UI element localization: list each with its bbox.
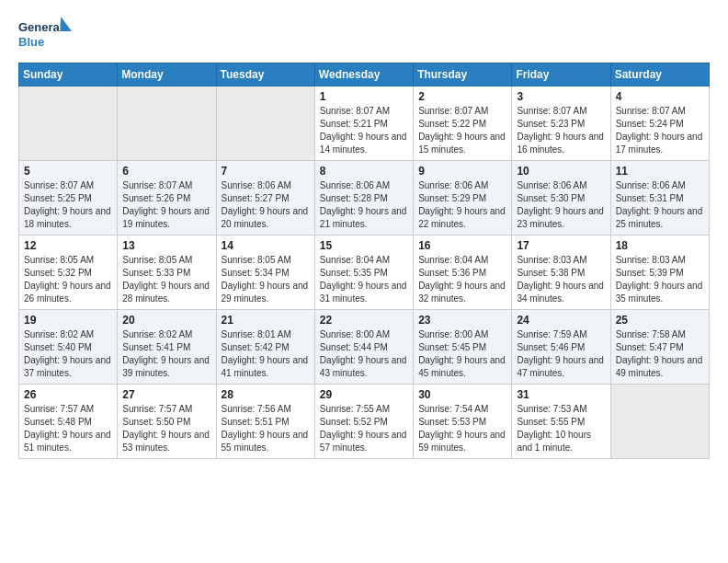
day-info: Sunrise: 7:53 AMSunset: 5:55 PMDaylight:… [517, 403, 605, 454]
week-row-2: 5Sunrise: 8:07 AMSunset: 5:25 PMDaylight… [19, 161, 710, 236]
day-cell-4: 4Sunrise: 8:07 AMSunset: 5:24 PMDaylight… [610, 86, 709, 161]
weekday-header-monday: Monday [118, 63, 216, 86]
day-info: Sunrise: 8:05 AMSunset: 5:34 PMDaylight:… [222, 254, 310, 305]
day-number: 20 [122, 314, 210, 327]
day-cell-8: 8Sunrise: 8:06 AMSunset: 5:28 PMDaylight… [314, 161, 413, 236]
day-cell-12: 12Sunrise: 8:05 AMSunset: 5:32 PMDayligh… [19, 236, 118, 310]
weekday-header-row: SundayMondayTuesdayWednesdayThursdayFrid… [19, 63, 710, 86]
day-number: 10 [517, 165, 605, 178]
day-cell-9: 9Sunrise: 8:06 AMSunset: 5:29 PMDaylight… [414, 161, 512, 236]
day-cell-24: 24Sunrise: 7:59 AMSunset: 5:46 PMDayligh… [512, 310, 610, 385]
day-number: 9 [418, 165, 506, 178]
day-number: 25 [616, 314, 704, 327]
weekday-header-friday: Friday [512, 63, 610, 86]
day-number: 26 [24, 388, 112, 401]
day-info: Sunrise: 8:04 AMSunset: 5:36 PMDaylight:… [418, 254, 506, 305]
week-row-4: 19Sunrise: 8:02 AMSunset: 5:40 PMDayligh… [19, 310, 710, 385]
day-cell-30: 30Sunrise: 7:54 AMSunset: 5:53 PMDayligh… [414, 385, 512, 459]
day-number: 3 [517, 90, 605, 103]
day-number: 17 [517, 239, 605, 252]
day-cell-22: 22Sunrise: 8:00 AMSunset: 5:44 PMDayligh… [314, 310, 413, 385]
weekday-header-saturday: Saturday [610, 63, 709, 86]
day-number: 1 [320, 90, 408, 103]
day-number: 12 [24, 239, 112, 252]
day-cell-21: 21Sunrise: 8:01 AMSunset: 5:42 PMDayligh… [216, 310, 314, 385]
day-cell-1: 1Sunrise: 8:07 AMSunset: 5:21 PMDaylight… [314, 86, 413, 161]
day-cell-23: 23Sunrise: 8:00 AMSunset: 5:45 PMDayligh… [414, 310, 512, 385]
day-cell-25: 25Sunrise: 7:58 AMSunset: 5:47 PMDayligh… [610, 310, 709, 385]
week-row-5: 26Sunrise: 7:57 AMSunset: 5:48 PMDayligh… [19, 385, 710, 459]
day-number: 28 [222, 388, 310, 401]
empty-cell [118, 86, 216, 161]
day-info: Sunrise: 8:05 AMSunset: 5:33 PMDaylight:… [122, 254, 210, 305]
weekday-header-thursday: Thursday [414, 63, 512, 86]
header: GeneralBlue [18, 15, 710, 52]
day-cell-17: 17Sunrise: 8:03 AMSunset: 5:38 PMDayligh… [512, 236, 610, 310]
day-cell-13: 13Sunrise: 8:05 AMSunset: 5:33 PMDayligh… [118, 236, 216, 310]
day-number: 24 [517, 314, 605, 327]
day-number: 8 [320, 165, 408, 178]
day-info: Sunrise: 8:04 AMSunset: 5:35 PMDaylight:… [320, 254, 408, 305]
day-number: 21 [222, 314, 310, 327]
empty-cell [19, 86, 118, 161]
day-info: Sunrise: 7:54 AMSunset: 5:53 PMDaylight:… [418, 403, 506, 454]
day-info: Sunrise: 7:59 AMSunset: 5:46 PMDaylight:… [517, 328, 605, 380]
day-info: Sunrise: 8:06 AMSunset: 5:31 PMDaylight:… [616, 179, 704, 231]
day-cell-11: 11Sunrise: 8:06 AMSunset: 5:31 PMDayligh… [610, 161, 709, 236]
empty-cell [216, 86, 314, 161]
day-number: 18 [616, 239, 704, 252]
day-number: 14 [222, 239, 310, 252]
day-info: Sunrise: 8:03 AMSunset: 5:39 PMDaylight:… [616, 254, 704, 305]
day-cell-20: 20Sunrise: 8:02 AMSunset: 5:41 PMDayligh… [118, 310, 216, 385]
day-number: 31 [517, 388, 605, 401]
day-cell-15: 15Sunrise: 8:04 AMSunset: 5:35 PMDayligh… [314, 236, 413, 310]
day-number: 5 [24, 165, 112, 178]
weekday-header-tuesday: Tuesday [216, 63, 314, 86]
day-info: Sunrise: 8:05 AMSunset: 5:32 PMDaylight:… [24, 254, 112, 305]
logo-icon: GeneralBlue [18, 15, 74, 52]
day-number: 6 [122, 165, 210, 178]
day-info: Sunrise: 8:03 AMSunset: 5:38 PMDaylight:… [517, 254, 605, 305]
day-info: Sunrise: 7:55 AMSunset: 5:52 PMDaylight:… [320, 403, 408, 454]
day-info: Sunrise: 8:00 AMSunset: 5:44 PMDaylight:… [320, 328, 408, 380]
day-cell-31: 31Sunrise: 7:53 AMSunset: 5:55 PMDayligh… [512, 385, 610, 459]
day-number: 23 [418, 314, 506, 327]
day-cell-18: 18Sunrise: 8:03 AMSunset: 5:39 PMDayligh… [610, 236, 709, 310]
svg-text:General: General [18, 20, 63, 34]
day-number: 29 [320, 388, 408, 401]
day-cell-5: 5Sunrise: 8:07 AMSunset: 5:25 PMDaylight… [19, 161, 118, 236]
day-number: 27 [122, 388, 210, 401]
day-number: 2 [418, 90, 506, 103]
weekday-header-wednesday: Wednesday [314, 63, 413, 86]
day-number: 30 [418, 388, 506, 401]
day-info: Sunrise: 7:57 AMSunset: 5:48 PMDaylight:… [24, 403, 112, 454]
day-info: Sunrise: 7:57 AMSunset: 5:50 PMDaylight:… [122, 403, 210, 454]
week-row-1: 1Sunrise: 8:07 AMSunset: 5:21 PMDaylight… [19, 86, 710, 161]
day-number: 4 [616, 90, 704, 103]
weekday-header-sunday: Sunday [19, 63, 118, 86]
day-info: Sunrise: 7:56 AMSunset: 5:51 PMDaylight:… [222, 403, 310, 454]
day-info: Sunrise: 8:01 AMSunset: 5:42 PMDaylight:… [222, 328, 310, 380]
svg-marker-2 [61, 17, 72, 31]
day-number: 13 [122, 239, 210, 252]
day-info: Sunrise: 8:07 AMSunset: 5:25 PMDaylight:… [24, 179, 112, 231]
day-cell-26: 26Sunrise: 7:57 AMSunset: 5:48 PMDayligh… [19, 385, 118, 459]
day-cell-28: 28Sunrise: 7:56 AMSunset: 5:51 PMDayligh… [216, 385, 314, 459]
day-cell-3: 3Sunrise: 8:07 AMSunset: 5:23 PMDaylight… [512, 86, 610, 161]
day-cell-7: 7Sunrise: 8:06 AMSunset: 5:27 PMDaylight… [216, 161, 314, 236]
day-info: Sunrise: 8:07 AMSunset: 5:26 PMDaylight:… [122, 179, 210, 231]
day-cell-29: 29Sunrise: 7:55 AMSunset: 5:52 PMDayligh… [314, 385, 413, 459]
day-cell-27: 27Sunrise: 7:57 AMSunset: 5:50 PMDayligh… [118, 385, 216, 459]
calendar: SundayMondayTuesdayWednesdayThursdayFrid… [18, 63, 710, 459]
empty-cell [610, 385, 709, 459]
day-info: Sunrise: 8:06 AMSunset: 5:30 PMDaylight:… [517, 179, 605, 231]
day-cell-10: 10Sunrise: 8:06 AMSunset: 5:30 PMDayligh… [512, 161, 610, 236]
day-number: 22 [320, 314, 408, 327]
day-cell-6: 6Sunrise: 8:07 AMSunset: 5:26 PMDaylight… [118, 161, 216, 236]
day-info: Sunrise: 8:00 AMSunset: 5:45 PMDaylight:… [418, 328, 506, 380]
svg-text:Blue: Blue [18, 35, 44, 49]
day-info: Sunrise: 8:07 AMSunset: 5:24 PMDaylight:… [616, 105, 704, 156]
day-info: Sunrise: 7:58 AMSunset: 5:47 PMDaylight:… [616, 328, 704, 380]
day-number: 7 [222, 165, 310, 178]
day-info: Sunrise: 8:02 AMSunset: 5:40 PMDaylight:… [24, 328, 112, 380]
